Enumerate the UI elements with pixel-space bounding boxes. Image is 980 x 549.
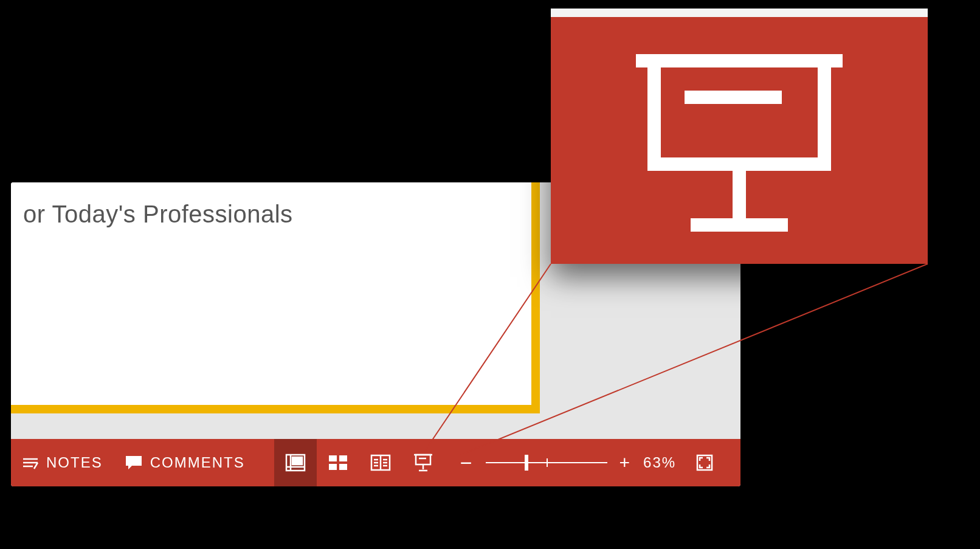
svg-rect-20: [416, 455, 430, 464]
zoom-out-button[interactable]: −: [457, 439, 477, 486]
slide-sorter-icon: [328, 454, 348, 472]
svg-rect-26: [654, 61, 824, 164]
fit-to-window-button[interactable]: [685, 439, 725, 486]
notes-icon: [22, 454, 39, 471]
slideshow-button[interactable]: [402, 439, 444, 486]
reading-view-icon: [370, 454, 391, 472]
slideshow-icon: [413, 453, 433, 472]
reading-view-button[interactable]: [359, 439, 402, 486]
zoom-percent-label: 63%: [643, 454, 676, 471]
normal-view-icon: [285, 454, 306, 472]
plus-icon: +: [619, 454, 632, 472]
slide-sorter-button[interactable]: [317, 439, 359, 486]
slideshow-icon-large: [630, 49, 849, 243]
zoom-slider[interactable]: [486, 462, 607, 463]
comments-button[interactable]: COMMENTS: [114, 439, 256, 486]
slide-accent-border-bottom: [11, 405, 540, 413]
notes-button[interactable]: NOTES: [11, 439, 114, 486]
comments-label: COMMENTS: [150, 454, 245, 471]
fit-window-icon: [695, 454, 714, 472]
status-bar: NOTES COMMENTS: [11, 439, 740, 486]
slide-subtitle-text: or Today's Professionals: [23, 201, 293, 228]
svg-rect-7: [329, 455, 337, 461]
minus-icon: −: [460, 452, 474, 473]
comments-icon: [125, 455, 143, 471]
svg-rect-8: [339, 455, 347, 461]
notes-label: NOTES: [46, 454, 103, 471]
zoom-percent-button[interactable]: 63%: [635, 439, 685, 486]
zoom-slider-handle[interactable]: [525, 455, 528, 471]
zoom-center-tick: [547, 458, 548, 467]
callout-top-strip: [551, 9, 928, 17]
slide[interactable]: or Today's Professionals: [11, 182, 540, 413]
svg-rect-10: [339, 464, 347, 470]
slide-accent-border-right: [531, 182, 540, 413]
normal-view-button[interactable]: [274, 439, 317, 486]
slideshow-icon-callout: [551, 9, 928, 264]
svg-rect-9: [329, 464, 337, 470]
zoom-in-button[interactable]: +: [616, 439, 635, 486]
svg-rect-4: [292, 457, 302, 464]
